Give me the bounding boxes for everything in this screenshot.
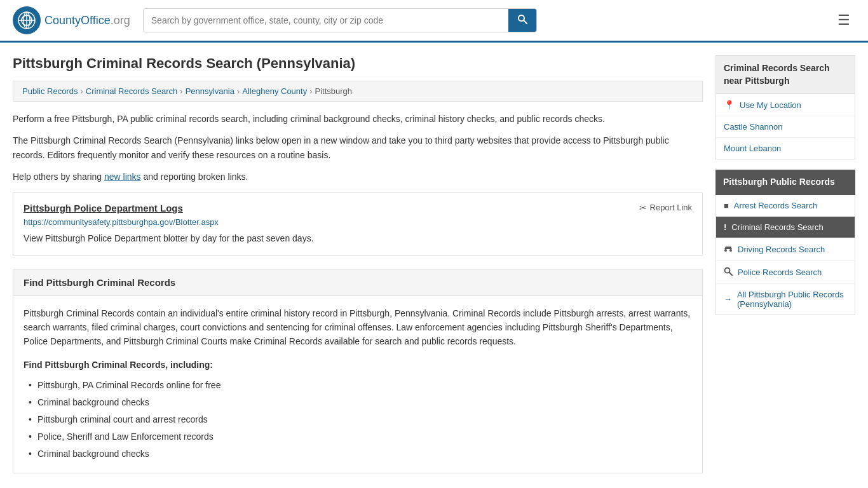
find-body-text: Pittsburgh Criminal Records contain an i…: [24, 306, 692, 349]
list-item: Criminal background checks: [26, 445, 692, 463]
new-links-link[interactable]: new links: [104, 172, 141, 182]
find-list: Pittsburgh, PA Criminal Records online f…: [24, 377, 692, 463]
page-container: Pittsburgh Criminal Records Search (Penn…: [0, 43, 868, 488]
breadcrumb-sep-1: ›: [180, 86, 182, 96]
criminal-icon: !: [724, 222, 726, 232]
arrest-icon: ■: [724, 201, 729, 210]
sidebar-item-driving-records[interactable]: Driving Records Search: [716, 238, 855, 261]
breadcrumb-current: Pittsburgh: [315, 86, 353, 96]
intro-text-1: Perform a free Pittsburgh, PA public cri…: [13, 112, 703, 126]
breadcrumb-sep-0: ›: [80, 86, 83, 96]
record-card: Pittsburgh Police Department Logs ✂ Repo…: [13, 192, 703, 256]
svg-line-6: [524, 20, 527, 24]
breadcrumb: Public Records › Criminal Records Search…: [13, 81, 703, 102]
intro-text-3: Help others by sharing new links and rep…: [13, 170, 703, 184]
location-pin-icon: 📍: [724, 100, 735, 110]
breadcrumb-sep-2: ›: [237, 86, 240, 96]
intro-text-2: The Pittsburgh Criminal Records Search (…: [13, 133, 703, 162]
sidebar-item-criminal-records[interactable]: ! Criminal Records Search: [716, 217, 855, 238]
sidebar-use-location[interactable]: 📍 Use My Location: [716, 94, 855, 116]
search-button[interactable]: [508, 9, 536, 32]
report-icon: ✂: [639, 203, 647, 213]
record-url[interactable]: https://communitysafety.pittsburghpa.gov…: [24, 217, 692, 227]
find-including-label: Find Pittsburgh Criminal Records, includ…: [24, 358, 692, 372]
breadcrumb-sep-3: ›: [309, 86, 312, 96]
menu-button[interactable]: ☰: [832, 10, 855, 31]
criminal-records-link[interactable]: Criminal Records Search: [731, 222, 824, 232]
list-item: Pittsburgh criminal court and arrest rec…: [26, 411, 692, 428]
sidebar-item-police-records[interactable]: Police Records Search: [716, 261, 855, 284]
list-item: Police, Sheriff and Law Enforcement reco…: [26, 428, 692, 445]
arrow-icon: →: [724, 294, 732, 304]
page-title: Pittsburgh Criminal Records Search (Penn…: [13, 55, 703, 72]
logo[interactable]: CountyOffice.org: [13, 6, 130, 34]
sidebar-nearby-section: Criminal Records Searchnear Pittsburgh 📍…: [715, 55, 855, 159]
sidebar-item-all-records[interactable]: → All Pittsburgh Public Records (Pennsyl…: [716, 284, 855, 315]
sidebar-item-arrest-records[interactable]: ■ Arrest Records Search: [716, 195, 855, 217]
svg-point-7: [724, 249, 727, 252]
sidebar-castle-shannon[interactable]: Castle Shannon: [716, 116, 855, 138]
driving-icon: [724, 244, 733, 255]
castle-shannon-link[interactable]: Castle Shannon: [724, 122, 783, 132]
search-bar: [143, 8, 537, 32]
record-card-header: Pittsburgh Police Department Logs ✂ Repo…: [24, 203, 692, 214]
driving-records-link[interactable]: Driving Records Search: [738, 245, 825, 254]
sidebar-public-records-section: Pittsburgh Public Records ■ Arrest Recor…: [715, 170, 855, 315]
breadcrumb-link-2[interactable]: Pennsylvania: [186, 86, 234, 96]
breadcrumb-link-3[interactable]: Allegheny County: [242, 86, 307, 96]
record-description: View Pittsburgh Police Department blotte…: [24, 232, 692, 245]
svg-line-10: [729, 272, 733, 275]
sidebar-nearby-header: Criminal Records Searchnear Pittsburgh: [715, 55, 855, 94]
find-section-body: Pittsburgh Criminal Records contain an i…: [13, 296, 702, 473]
arrest-records-link[interactable]: Arrest Records Search: [734, 201, 818, 210]
list-item: Pittsburgh, PA Criminal Records online f…: [26, 377, 692, 394]
sidebar-public-records-body: ■ Arrest Records Search ! Criminal Recor…: [715, 195, 855, 315]
logo-icon: [13, 6, 41, 34]
sidebar-nearby-body: 📍 Use My Location Castle Shannon Mount L…: [715, 94, 855, 159]
find-section: Find Pittsburgh Criminal Records Pittsbu…: [13, 269, 703, 474]
sidebar-mount-lebanon[interactable]: Mount Lebanon: [716, 138, 855, 159]
police-icon: [724, 267, 733, 278]
list-item: Criminal background checks: [26, 394, 692, 411]
search-input[interactable]: [144, 9, 508, 32]
site-header: CountyOffice.org ☰: [0, 0, 868, 43]
police-records-link[interactable]: Police Records Search: [738, 268, 822, 277]
main-content: Pittsburgh Criminal Records Search (Penn…: [13, 55, 703, 473]
svg-point-8: [729, 249, 732, 252]
report-link-label: Report Link: [650, 203, 692, 212]
breadcrumb-link-1[interactable]: Criminal Records Search: [86, 86, 178, 96]
mount-lebanon-link[interactable]: Mount Lebanon: [724, 144, 781, 153]
find-section-header: Find Pittsburgh Criminal Records: [13, 269, 702, 296]
use-my-location-link[interactable]: Use My Location: [740, 100, 801, 110]
record-title[interactable]: Pittsburgh Police Department Logs: [24, 203, 183, 214]
sidebar: Criminal Records Searchnear Pittsburgh 📍…: [715, 55, 855, 473]
all-records-link[interactable]: All Pittsburgh Public Records (Pennsylva…: [737, 290, 847, 309]
logo-text: CountyOffice.org: [44, 14, 130, 27]
breadcrumb-link-0[interactable]: Public Records: [22, 86, 78, 96]
sidebar-public-records-header: Pittsburgh Public Records: [715, 170, 855, 195]
report-link-button[interactable]: ✂ Report Link: [639, 203, 692, 213]
